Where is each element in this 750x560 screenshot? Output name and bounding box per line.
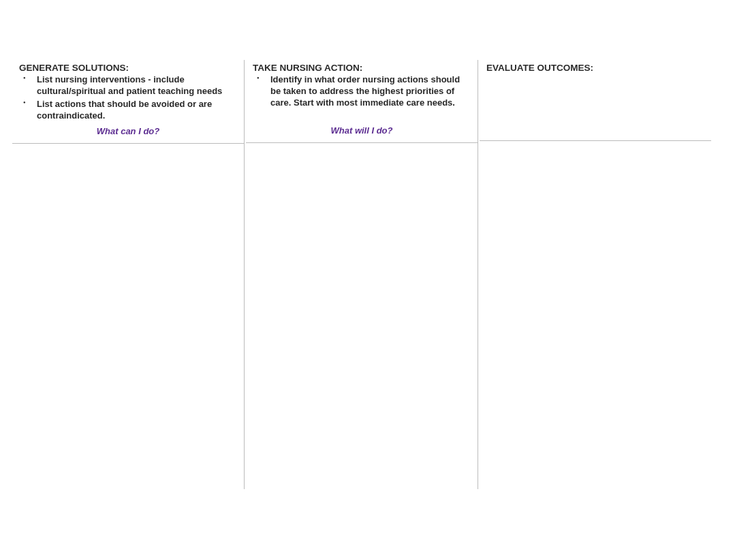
list-item: 7. bbox=[250, 387, 257, 399]
column-title: GENERATE SOLUTIONS: bbox=[19, 63, 237, 73]
column-title: TAKE NURSING ACTION: bbox=[253, 63, 471, 73]
column-evaluate-outcomes: EVALUATE OUTCOMES: Evaluate your interve… bbox=[480, 60, 711, 489]
list-item: 1. bbox=[250, 150, 257, 162]
action-entries: 1. 2. 3. 4. 5. 6. 7. 8. bbox=[250, 146, 257, 439]
instruction-item: Identify in what order nursing actions s… bbox=[270, 74, 471, 109]
worksheet: GENERATE SOLUTIONS: List nursing interve… bbox=[12, 60, 711, 489]
entries-area: 1. 2. 3. 4. 5. 6. 7. 8. bbox=[480, 140, 711, 489]
list-item: 7. bbox=[484, 385, 490, 397]
column-take-action: TAKE NURSING ACTION: Identify in what or… bbox=[246, 60, 478, 489]
list-item: 3. bbox=[250, 229, 257, 241]
list-item: 2. bbox=[16, 178, 23, 190]
list-item: 1. bbox=[16, 151, 23, 163]
instruction-list: List nursing interventions - include cul… bbox=[19, 74, 237, 122]
guiding-question: Did it help? bbox=[486, 123, 704, 134]
list-item: 4. bbox=[16, 232, 23, 245]
list-item: 4. bbox=[484, 266, 490, 279]
column-title: EVALUATE OUTCOMES: bbox=[486, 63, 704, 73]
list-item: 3. bbox=[484, 227, 490, 239]
list-item: 1. bbox=[484, 148, 490, 160]
page-number: 2 | Page bbox=[663, 503, 692, 511]
column-header: EVALUATE OUTCOMES: Evaluate your interve… bbox=[480, 60, 711, 138]
column-generate-solutions: GENERATE SOLUTIONS: List nursing interve… bbox=[12, 60, 245, 489]
instruction-item: List actions that should be avoided or a… bbox=[37, 99, 237, 122]
guiding-question: What will I do? bbox=[253, 125, 471, 136]
list-item: 2. bbox=[16, 457, 23, 469]
list-item: 1. bbox=[16, 430, 23, 442]
list-item: 4. bbox=[250, 268, 257, 281]
list-item: 6. bbox=[250, 347, 257, 360]
column-header: GENERATE SOLUTIONS: List nursing interve… bbox=[12, 60, 244, 140]
avoid-header: Actions to avoid/contraindicated: bbox=[16, 389, 151, 399]
list-item: 5. bbox=[16, 260, 23, 272]
list-item: 8. bbox=[484, 424, 490, 437]
list-item: 5. bbox=[484, 306, 490, 318]
avoid-entries: 1. 2. bbox=[16, 426, 23, 469]
list-item: 6. bbox=[484, 345, 490, 358]
outcome-entries: 1. 2. 3. 4. 5. 6. 7. 8. bbox=[484, 144, 490, 437]
intervention-entries: 1. 2. 3. 4. 5. 6. 7. 8. bbox=[16, 146, 23, 354]
list-item: 8. bbox=[16, 341, 23, 354]
list-item: 2. bbox=[250, 189, 257, 202]
list-item: 8. bbox=[250, 426, 257, 439]
list-item: 7. bbox=[16, 314, 23, 326]
list-item: 6. bbox=[16, 287, 23, 299]
entries-area: 1. 2. 3. 4. 5. 6. 7. 8. Actions to avoid… bbox=[12, 143, 244, 489]
list-item: 2. bbox=[484, 187, 490, 200]
page-footer: 2 | Page bbox=[12, 503, 711, 511]
column-header: TAKE NURSING ACTION: Identify in what or… bbox=[246, 60, 478, 140]
instruction-list: Identify in what order nursing actions s… bbox=[253, 74, 471, 109]
guiding-question: What can I do? bbox=[19, 126, 237, 136]
entries-area: 1. 2. 3. 4. 5. 6. 7. 8. bbox=[246, 142, 478, 489]
evaluate-description: Evaluate your interventions to determine… bbox=[486, 74, 704, 123]
instruction-item: List nursing interventions - include cul… bbox=[37, 74, 237, 97]
list-item: 3. bbox=[16, 205, 23, 217]
list-item: 5. bbox=[250, 308, 257, 320]
